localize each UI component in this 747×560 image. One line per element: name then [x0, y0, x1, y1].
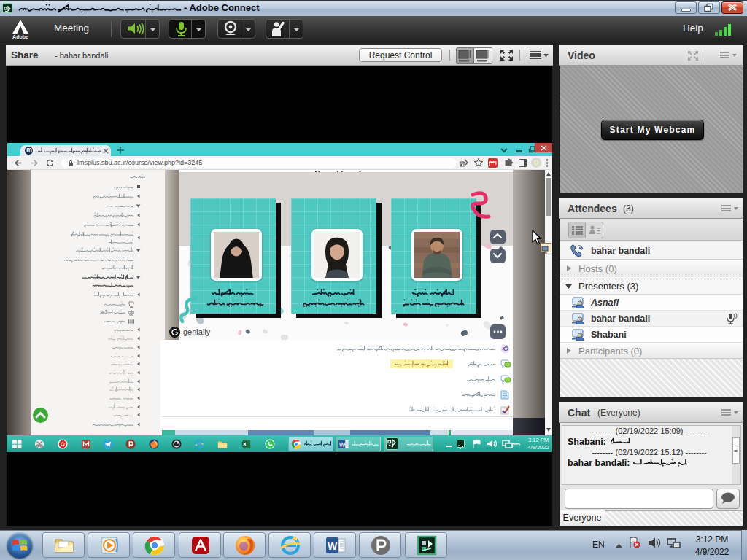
svg-text:W: W [328, 540, 338, 552]
svg-text:W: W [339, 441, 346, 448]
